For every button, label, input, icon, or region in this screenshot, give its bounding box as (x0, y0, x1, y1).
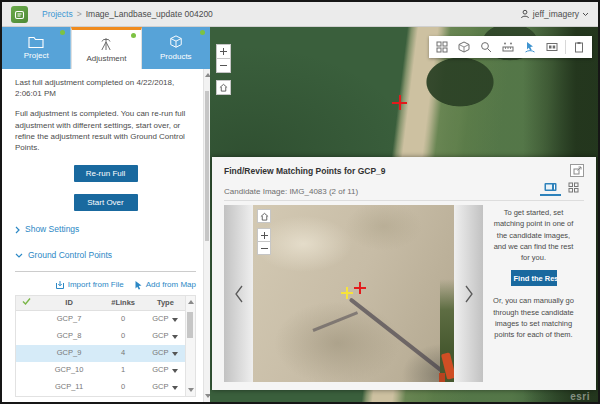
zoom-out-button[interactable] (216, 58, 231, 73)
plus-icon (219, 47, 228, 56)
zoom-in-button[interactable] (257, 228, 271, 242)
adjustment-panel: Project Adjustment Products Last full ad… (2, 27, 210, 402)
orange-object (439, 373, 445, 382)
matching-points-panel: Find/Review Matching Points for GCP_9 Ca… (212, 157, 596, 390)
dropdown-arrow-icon[interactable] (172, 352, 178, 356)
gcp-cross-red (354, 282, 366, 294)
scroll-up-icon[interactable] (188, 300, 194, 304)
home-icon (260, 212, 269, 221)
map-view[interactable]: esri Find/Review Matching Points for GCP… (210, 27, 598, 402)
check-icon (22, 297, 31, 305)
map-toolbar (429, 36, 592, 58)
status-dot-icon (60, 30, 65, 35)
minus-icon (219, 61, 228, 70)
page-title: Image_Landbase_update 004200 (86, 9, 213, 19)
measure-icon[interactable] (497, 37, 519, 57)
tab-adjustment[interactable]: Adjustment (71, 27, 141, 69)
candidate-image-viewer[interactable] (253, 205, 454, 382)
select-icon[interactable] (519, 37, 541, 57)
chevron-right-icon (464, 284, 474, 304)
chevron-right-icon (15, 226, 20, 234)
user-menu[interactable]: jeff_imagery (520, 9, 589, 19)
type-dropdown[interactable]: GCP (146, 348, 185, 359)
rerun-full-button[interactable]: Re-run Full (74, 165, 138, 182)
previous-image-button[interactable] (224, 205, 253, 382)
scrollbar-thumb[interactable] (205, 91, 209, 241)
panel-tabs: Project Adjustment Products (2, 27, 210, 69)
chevron-down-icon (582, 12, 589, 17)
table-row-gcp7[interactable]: GCP_7 0 GCP (16, 311, 185, 328)
app-window: Projects > Image_Landbase_update 004200 … (0, 0, 600, 404)
start-over-button[interactable]: Start Over (74, 194, 138, 211)
type-dropdown[interactable]: GCP (146, 365, 185, 376)
folder-icon (28, 36, 44, 48)
popout-icon[interactable] (570, 164, 584, 177)
tab-project[interactable]: Project (2, 27, 71, 69)
add-from-map-link[interactable]: Add from Map (134, 279, 196, 290)
zoom-in-button[interactable] (216, 44, 231, 59)
divider (224, 200, 584, 201)
home-icon (219, 83, 228, 92)
search-icon[interactable] (475, 37, 497, 57)
column-header-type[interactable]: Type (146, 298, 185, 309)
type-dropdown[interactable]: GCP (146, 331, 185, 342)
pole-shadow (349, 297, 446, 374)
import-from-file-link[interactable]: Import from File (55, 279, 124, 290)
scroll-down-icon[interactable] (188, 388, 194, 392)
candidate-image-label: Candidate Image: IMG_4083 (2 of 11) (224, 187, 358, 196)
column-header-links[interactable]: #Links (101, 298, 146, 309)
panel-scrollbar[interactable] (203, 69, 210, 402)
tab-products[interactable]: Products (142, 27, 210, 69)
toolbar-divider (565, 40, 566, 54)
footprints-icon[interactable] (431, 37, 453, 57)
panel-title: Find/Review Matching Points for GCP_9 (224, 166, 386, 176)
gcp-section-toggle[interactable]: Ground Control Points (15, 250, 196, 262)
breadcrumb-projects-link[interactable]: Projects (42, 9, 73, 19)
top-bar: Projects > Image_Landbase_update 004200 … (2, 2, 598, 27)
home-extent-button[interactable] (216, 80, 231, 95)
table-row-gcp11[interactable]: GCP_11 0 GCP (16, 379, 185, 396)
image-view-icon (544, 182, 557, 192)
grid-view-toggle[interactable] (563, 180, 584, 196)
user-name: jeff_imagery (533, 9, 579, 19)
chevron-left-icon (234, 284, 244, 304)
view-toggles (540, 180, 584, 196)
column-header-id[interactable]: ID (38, 298, 101, 309)
dropdown-arrow-icon[interactable] (172, 369, 178, 373)
dropdown-arrow-icon[interactable] (172, 335, 178, 339)
instructions-text: To get started, set matching point in on… (491, 207, 576, 263)
tab-label: Project (24, 51, 49, 60)
chevron-down-icon (15, 253, 23, 258)
scrollbar-thumb[interactable] (187, 312, 193, 338)
tripod-icon (98, 37, 114, 51)
type-dropdown[interactable]: GCP (146, 382, 185, 393)
zoom-out-button[interactable] (257, 241, 271, 255)
tab-label: Products (160, 52, 192, 61)
status-dot-icon (131, 33, 136, 38)
map-attribution: esri (570, 391, 590, 402)
home-extent-button[interactable] (257, 209, 271, 223)
table-row-gcp10[interactable]: GCP_10 1 GCP (16, 362, 185, 379)
status-dot-icon (200, 30, 205, 35)
basemap-icon[interactable] (453, 37, 475, 57)
type-dropdown[interactable]: GCP (146, 314, 185, 325)
pole-shadow (312, 311, 358, 332)
breadcrumb-separator: > (77, 9, 82, 19)
divider (15, 271, 196, 272)
single-view-toggle[interactable] (540, 180, 561, 196)
image-collection-icon[interactable] (541, 37, 563, 57)
table-row-gcp9-selected[interactable]: GCP_9 4 GCP (16, 345, 185, 362)
dropdown-arrow-icon[interactable] (172, 386, 178, 390)
next-image-button[interactable] (454, 205, 483, 382)
dropdown-arrow-icon[interactable] (172, 318, 178, 322)
clipboard-icon[interactable] (568, 37, 590, 57)
table-scrollbar[interactable] (185, 296, 195, 396)
find-the-rest-button[interactable]: Find the Rest (511, 270, 557, 286)
show-settings-toggle[interactable]: Show Settings (15, 224, 196, 236)
app-logo-icon[interactable] (11, 6, 28, 23)
plus-icon (260, 231, 269, 240)
gcp-table: ID #Links Type GCP_7 0 GCP GCP_8 0 (15, 295, 196, 397)
table-row-gcp8[interactable]: GCP_8 0 GCP (16, 328, 185, 345)
adjustment-status-text: Last full adjustment completed on 4/22/2… (15, 77, 196, 99)
manual-instructions-text: Or, you can manually go through these ca… (491, 295, 576, 340)
